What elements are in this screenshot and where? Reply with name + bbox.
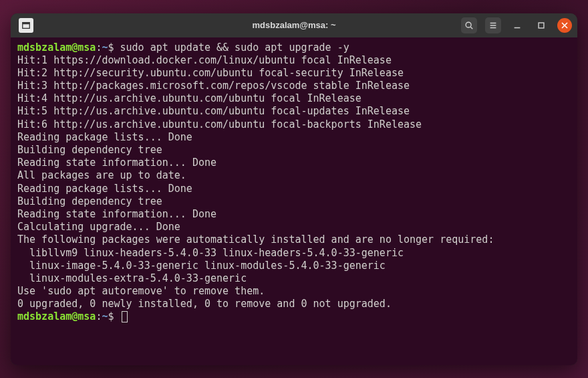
output-line: Hit:1 https://download.docker.com/linux/… <box>17 54 571 67</box>
output-line: 0 upgraded, 0 newly installed, 0 to remo… <box>17 298 571 310</box>
output-line: Reading package lists... Done <box>17 183 571 195</box>
prompt-user: mdsbzalam <box>17 41 71 54</box>
output-line: Hit:5 http://us.archive.ubuntu.com/ubunt… <box>17 105 571 118</box>
command-text: sudo apt update && sudo apt upgrade -y <box>120 41 349 54</box>
output-line: Calculating upgrade... Done <box>17 221 571 233</box>
terminal-area[interactable]: mdsbzalam@msa:~$ sudo apt update && sudo… <box>11 37 577 365</box>
minimize-button[interactable] <box>509 17 525 33</box>
output-line: Building dependency tree <box>17 144 571 157</box>
prompt-symbol: $ <box>108 310 114 322</box>
prompt-user: mdsbzalam <box>17 310 71 322</box>
prompt-host: msa <box>78 310 96 322</box>
terminal-window: mdsbzalam@msa: ~ mdsbzalam@msa:~$ sudo a… <box>11 13 577 365</box>
titlebar[interactable]: mdsbzalam@msa: ~ <box>11 13 577 37</box>
output-line: Hit:2 http://security.ubuntu.com/ubuntu … <box>17 67 571 80</box>
output-line: Hit:4 http://us.archive.ubuntu.com/ubunt… <box>17 92 571 105</box>
close-button[interactable] <box>557 18 572 33</box>
svg-rect-1 <box>23 22 30 24</box>
output-line: Building dependency tree <box>17 195 571 208</box>
search-button[interactable] <box>461 17 477 33</box>
prompt-line: mdsbzalam@msa:~$ sudo apt update && sudo… <box>17 41 571 54</box>
output-line: Reading state information... Done <box>17 157 571 169</box>
svg-point-2 <box>466 22 471 27</box>
new-tab-button[interactable] <box>19 18 33 33</box>
maximize-button[interactable] <box>533 17 549 33</box>
output-line: libllvm9 linux-headers-5.4.0-33 linux-he… <box>17 247 571 260</box>
prompt-line: mdsbzalam@msa:~$ <box>17 310 571 323</box>
svg-rect-8 <box>539 23 544 28</box>
prompt-symbol: $ <box>108 41 114 54</box>
output-line: Hit:3 http://packages.microsoft.com/repo… <box>17 80 571 92</box>
output-line: The following packages were automaticall… <box>17 233 571 246</box>
window-title: mdsbzalam@msa: ~ <box>252 20 335 30</box>
svg-line-3 <box>470 27 472 29</box>
output-line: linux-image-5.4.0-33-generic linux-modul… <box>17 260 571 272</box>
output-line: Hit:6 http://us.archive.ubuntu.com/ubunt… <box>17 118 571 131</box>
output-line: Use 'sudo apt autoremove' to remove them… <box>17 285 571 298</box>
prompt-host: msa <box>78 41 96 54</box>
menu-button[interactable] <box>485 17 501 33</box>
cursor <box>122 311 128 322</box>
output-line: Reading package lists... Done <box>17 131 571 144</box>
titlebar-controls <box>461 17 572 33</box>
output-line: Reading state information... Done <box>17 208 571 221</box>
output-line: linux-modules-extra-5.4.0-33-generic <box>17 272 571 285</box>
output-line: All packages are up to date. <box>17 169 571 182</box>
